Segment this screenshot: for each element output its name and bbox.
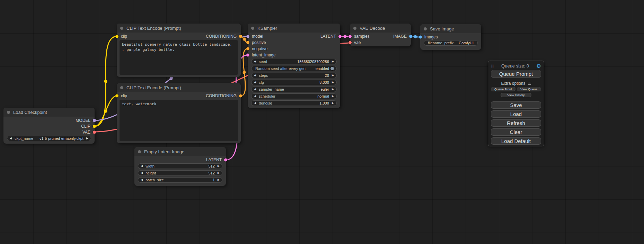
widget-scheduler[interactable]: ◀ scheduler normal ▶ (251, 93, 337, 99)
node-titlebar[interactable]: Save Image (420, 24, 481, 33)
input-slot-negative[interactable] (246, 47, 249, 51)
node-titlebar[interactable]: Load Checkpoint (3, 108, 95, 117)
increment-arrow-icon[interactable]: ▶ (332, 81, 334, 84)
increment-arrow-icon[interactable]: ▶ (332, 74, 334, 77)
widget-value: 512 (208, 171, 214, 175)
widget-value: enabled (316, 66, 329, 71)
widget-height[interactable]: ◀ height 512 ▶ (138, 170, 222, 176)
link-midpoint-dot (243, 71, 246, 74)
widget-label: scheduler (259, 94, 275, 98)
decrement-arrow-icon[interactable]: ◀ (141, 179, 143, 181)
extra-options-label: Extra options (501, 81, 525, 86)
view-history-button[interactable]: View History (501, 93, 532, 97)
settings-gear-icon[interactable]: ⚙ (537, 63, 541, 69)
increment-arrow-icon[interactable]: ▶ (332, 88, 334, 91)
drag-handle-icon[interactable]: ⣿ (491, 64, 494, 68)
load-button[interactable]: Load (491, 110, 541, 118)
node-titlebar[interactable]: Empty Latent Image (134, 147, 226, 156)
input-label-clip: clip (121, 34, 127, 39)
collapse-toggle-icon[interactable] (7, 111, 10, 114)
node-save-image[interactable]: Save Image images filename_prefix ComfyU… (420, 24, 481, 50)
save-button[interactable]: Save (491, 101, 541, 109)
node-titlebar[interactable]: VAE Decode (350, 24, 411, 33)
node-clip-text-encode-negative[interactable]: CLIP Text Encode (Prompt) clip CONDITION… (117, 83, 241, 143)
input-slot-clip[interactable] (115, 94, 118, 98)
toggle-indicator-icon[interactable] (330, 67, 334, 70)
node-load-checkpoint[interactable]: Load Checkpoint MODEL CLIP VAE ◀ ckpt_na… (3, 108, 95, 144)
increment-arrow-icon[interactable]: ▶ (332, 95, 334, 98)
widget-cfg[interactable]: ◀ cfg 8.000 ▶ (251, 80, 337, 85)
increment-arrow-icon[interactable]: ▶ (332, 60, 334, 63)
input-slot-clip[interactable] (115, 35, 118, 38)
output-slot-latent[interactable] (224, 159, 227, 162)
increment-arrow-icon[interactable]: ▶ (86, 137, 88, 140)
node-title: Load Checkpoint (13, 110, 47, 115)
load-default-button[interactable]: Load Default (491, 137, 541, 145)
widget-batch-size[interactable]: ◀ batch_size 1 ▶ (138, 177, 222, 183)
link-midpoint-dot (344, 35, 347, 38)
node-empty-latent-image[interactable]: Empty Latent Image LATENT ◀ width 512 ▶ … (134, 147, 226, 186)
collapse-toggle-icon[interactable] (120, 27, 123, 30)
input-slot-vae[interactable] (349, 41, 352, 44)
widget-steps[interactable]: ◀ steps 20 ▶ (251, 73, 337, 78)
increment-arrow-icon[interactable]: ▶ (218, 172, 220, 174)
output-slot-latent[interactable] (338, 35, 342, 38)
decrement-arrow-icon[interactable]: ◀ (254, 81, 256, 84)
node-ksampler[interactable]: KSampler model LATENT positive negative … (248, 24, 340, 108)
input-slot-images[interactable] (419, 36, 422, 39)
input-label-negative: negative (252, 46, 267, 51)
increment-arrow-icon[interactable]: ▶ (218, 179, 220, 181)
collapse-toggle-icon[interactable] (251, 27, 254, 30)
widget-value: normal (317, 94, 329, 98)
widget-ckpt-name[interactable]: ◀ ckpt_name v1-5-pruned-emaonly.ckpt ▶ (7, 136, 91, 141)
decrement-arrow-icon[interactable]: ◀ (254, 60, 256, 63)
input-slot-latent-image[interactable] (246, 54, 249, 57)
decrement-arrow-icon[interactable]: ◀ (254, 74, 256, 77)
widget-value: v1-5-pruned-emaonly.ckpt (39, 136, 83, 141)
decrement-arrow-icon[interactable]: ◀ (10, 137, 12, 140)
node-titlebar[interactable]: KSampler (248, 24, 340, 33)
output-slot-image[interactable] (409, 35, 412, 38)
output-label-clip: CLIP (81, 124, 90, 129)
increment-arrow-icon[interactable]: ▶ (218, 165, 220, 168)
output-slot-conditioning[interactable] (239, 35, 242, 38)
output-label-latent: LATENT (320, 34, 336, 39)
clear-button[interactable]: Clear (491, 128, 541, 136)
input-label-positive: positive (252, 40, 266, 45)
node-titlebar[interactable]: CLIP Text Encode (Prompt) (117, 83, 241, 92)
output-slot-conditioning[interactable] (239, 94, 242, 98)
output-slot-vae[interactable] (93, 130, 96, 134)
prompt-textarea[interactable]: beautiful scenery nature glass bottle la… (120, 40, 238, 75)
collapse-toggle-icon[interactable] (424, 27, 427, 30)
widget-seed[interactable]: ◀ seed 156680208700286 ▶ (251, 59, 337, 64)
decrement-arrow-icon[interactable]: ◀ (141, 172, 143, 174)
widget-width[interactable]: ◀ width 512 ▶ (138, 163, 222, 169)
prompt-textarea[interactable]: text, watermark (120, 100, 238, 141)
widget-denoise[interactable]: ◀ denoise 1.000 ▶ (251, 100, 337, 106)
input-slot-samples[interactable] (349, 35, 352, 38)
increment-arrow-icon[interactable]: ▶ (332, 102, 334, 105)
node-clip-text-encode-positive[interactable]: CLIP Text Encode (Prompt) clip CONDITION… (117, 24, 241, 77)
collapse-toggle-icon[interactable] (120, 86, 123, 89)
decrement-arrow-icon[interactable]: ◀ (141, 165, 143, 168)
collapse-toggle-icon[interactable] (353, 27, 356, 30)
refresh-button[interactable]: Refresh (491, 119, 541, 127)
widget-random-seed-toggle[interactable]: Random seed after every gen enabled (251, 66, 337, 71)
view-queue-button[interactable]: View Queue (517, 87, 541, 91)
extra-options-checkbox[interactable] (528, 82, 531, 85)
collapse-toggle-icon[interactable] (138, 150, 141, 153)
decrement-arrow-icon[interactable]: ◀ (254, 95, 256, 98)
input-slot-model[interactable] (246, 35, 249, 38)
decrement-arrow-icon[interactable]: ◀ (254, 88, 256, 91)
widget-value: 8.000 (319, 80, 329, 84)
queue-prompt-button[interactable]: Queue Prompt (491, 70, 541, 78)
decrement-arrow-icon[interactable]: ◀ (254, 102, 256, 105)
widget-sampler-name[interactable]: ◀ sampler_name euler ▶ (251, 87, 337, 92)
node-titlebar[interactable]: CLIP Text Encode (Prompt) (117, 24, 241, 33)
widget-filename-prefix[interactable]: filename_prefix ComfyUI (424, 40, 478, 46)
queue-front-button[interactable]: Queue Front (491, 87, 515, 91)
output-slot-model[interactable] (93, 119, 96, 122)
output-slot-clip[interactable] (93, 125, 96, 128)
node-vae-decode[interactable]: VAE Decode samples IMAGE vae (350, 24, 411, 46)
input-slot-positive[interactable] (246, 41, 249, 44)
